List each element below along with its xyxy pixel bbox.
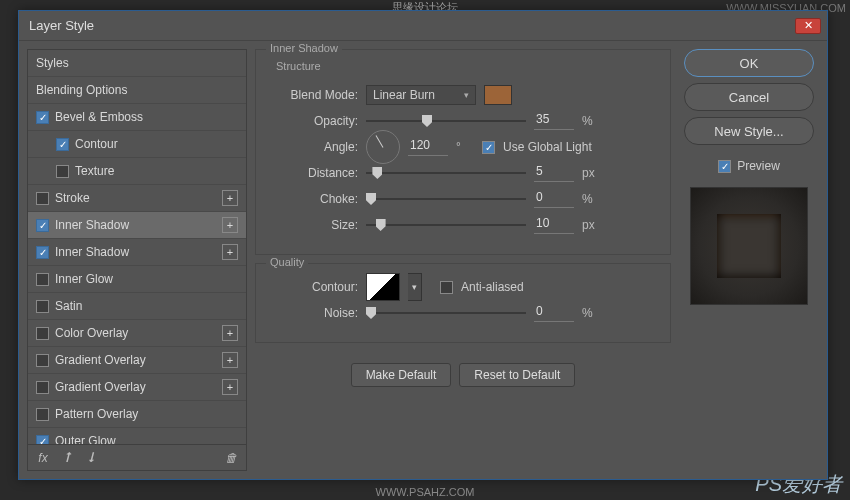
preview-toggle[interactable]: ✓ Preview: [718, 159, 780, 173]
style-item-gradient-overlay[interactable]: Gradient Overlay+: [28, 347, 246, 374]
style-item-label: Blending Options: [36, 83, 127, 97]
style-item-label: Inner Shadow: [55, 245, 129, 259]
opacity-row: Opacity: 35 %: [268, 108, 658, 134]
style-item-checkbox[interactable]: [56, 165, 69, 178]
style-item-color-overlay[interactable]: Color Overlay+: [28, 320, 246, 347]
reset-default-button[interactable]: Reset to Default: [459, 363, 575, 387]
fx-menu-icon[interactable]: fx: [36, 451, 50, 465]
style-item-label: Inner Shadow: [55, 218, 129, 232]
opacity-unit: %: [582, 114, 600, 128]
style-item-label: Texture: [75, 164, 114, 178]
size-unit: px: [582, 218, 600, 232]
style-item-label: Outer Glow: [55, 434, 116, 444]
style-item-checkbox[interactable]: [36, 219, 49, 232]
add-effect-icon[interactable]: +: [222, 217, 238, 233]
contour-row: Contour: ▾ Anti-aliased: [268, 274, 658, 300]
close-button[interactable]: ✕: [795, 18, 821, 34]
add-effect-icon[interactable]: +: [222, 244, 238, 260]
style-list: StylesBlending OptionsBevel & EmbossCont…: [28, 50, 246, 444]
noise-slider[interactable]: [366, 306, 526, 320]
preview-label: Preview: [737, 159, 780, 173]
style-item-checkbox[interactable]: [36, 381, 49, 394]
style-item-inner-shadow[interactable]: Inner Shadow+: [28, 212, 246, 239]
style-item-inner-shadow[interactable]: Inner Shadow+: [28, 239, 246, 266]
default-buttons-row: Make Default Reset to Default: [255, 363, 671, 387]
add-effect-icon[interactable]: +: [222, 379, 238, 395]
style-item-checkbox[interactable]: [36, 300, 49, 313]
shadow-color-swatch[interactable]: [484, 85, 512, 105]
preview-checkbox[interactable]: ✓: [718, 160, 731, 173]
quality-title: Quality: [266, 256, 308, 268]
new-style-button[interactable]: New Style...: [684, 117, 814, 145]
anti-aliased-checkbox[interactable]: [440, 281, 453, 294]
watermark-bottom-center: WWW.PSAHZ.COM: [376, 486, 475, 498]
style-item-blending-options[interactable]: Blending Options: [28, 77, 246, 104]
opacity-input[interactable]: 35: [534, 112, 574, 130]
style-item-inner-glow[interactable]: Inner Glow: [28, 266, 246, 293]
style-list-footer: fx 🠕 🠗 🗑: [28, 444, 246, 470]
style-item-outer-glow[interactable]: Outer Glow: [28, 428, 246, 444]
style-item-checkbox[interactable]: [36, 273, 49, 286]
angle-unit: °: [456, 140, 474, 154]
structure-title: Structure: [268, 60, 658, 72]
style-item-checkbox[interactable]: [36, 246, 49, 259]
style-item-checkbox[interactable]: [36, 192, 49, 205]
style-item-checkbox[interactable]: [36, 408, 49, 421]
arrow-down-icon[interactable]: 🠗: [84, 451, 98, 465]
blend-mode-label: Blend Mode:: [268, 88, 358, 102]
add-effect-icon[interactable]: +: [222, 352, 238, 368]
angle-dial[interactable]: [366, 130, 400, 164]
global-light-label: Use Global Light: [503, 140, 592, 154]
opacity-slider[interactable]: [366, 114, 526, 128]
contour-dropdown[interactable]: ▾: [408, 273, 422, 301]
style-item-checkbox[interactable]: [36, 354, 49, 367]
size-input[interactable]: 10: [534, 216, 574, 234]
style-item-checkbox[interactable]: [56, 138, 69, 151]
distance-unit: px: [582, 166, 600, 180]
trash-icon[interactable]: 🗑: [224, 451, 238, 465]
style-item-checkbox[interactable]: [36, 111, 49, 124]
style-item-pattern-overlay[interactable]: Pattern Overlay: [28, 401, 246, 428]
style-item-texture[interactable]: Texture: [28, 158, 246, 185]
style-item-checkbox[interactable]: [36, 327, 49, 340]
style-item-label: Bevel & Emboss: [55, 110, 143, 124]
ok-button[interactable]: OK: [684, 49, 814, 77]
style-item-label: Color Overlay: [55, 326, 128, 340]
contour-picker[interactable]: [366, 273, 400, 301]
distance-input[interactable]: 5: [534, 164, 574, 182]
style-item-label: Pattern Overlay: [55, 407, 138, 421]
style-item-label: Inner Glow: [55, 272, 113, 286]
size-row: Size: 10 px: [268, 212, 658, 238]
style-item-stroke[interactable]: Stroke+: [28, 185, 246, 212]
style-item-styles[interactable]: Styles: [28, 50, 246, 77]
style-item-label: Styles: [36, 56, 69, 70]
style-item-contour[interactable]: Contour: [28, 131, 246, 158]
anti-aliased-label: Anti-aliased: [461, 280, 524, 294]
cancel-button[interactable]: Cancel: [684, 83, 814, 111]
add-effect-icon[interactable]: +: [222, 325, 238, 341]
style-item-gradient-overlay[interactable]: Gradient Overlay+: [28, 374, 246, 401]
choke-input[interactable]: 0: [534, 190, 574, 208]
style-item-satin[interactable]: Satin: [28, 293, 246, 320]
global-light-checkbox[interactable]: ✓: [482, 141, 495, 154]
right-panel: OK Cancel New Style... ✓ Preview: [679, 49, 819, 471]
blend-mode-value: Linear Burn: [373, 88, 435, 102]
style-item-bevel-emboss[interactable]: Bevel & Emboss: [28, 104, 246, 131]
noise-input[interactable]: 0: [534, 304, 574, 322]
choke-slider[interactable]: [366, 192, 526, 206]
add-effect-icon[interactable]: +: [222, 190, 238, 206]
distance-slider[interactable]: [366, 166, 526, 180]
angle-input[interactable]: 120: [408, 138, 448, 156]
style-item-label: Stroke: [55, 191, 90, 205]
blend-mode-select[interactable]: Linear Burn ▾: [366, 85, 476, 105]
make-default-button[interactable]: Make Default: [351, 363, 452, 387]
style-item-checkbox[interactable]: [36, 435, 49, 445]
blend-mode-row: Blend Mode: Linear Burn ▾: [268, 82, 658, 108]
size-slider[interactable]: [366, 218, 526, 232]
contour-label: Contour:: [268, 280, 358, 294]
choke-row: Choke: 0 %: [268, 186, 658, 212]
preview-thumbnail: [690, 187, 808, 305]
style-list-panel: StylesBlending OptionsBevel & EmbossCont…: [27, 49, 247, 471]
arrow-up-icon[interactable]: 🠕: [60, 451, 74, 465]
choke-label: Choke:: [268, 192, 358, 206]
